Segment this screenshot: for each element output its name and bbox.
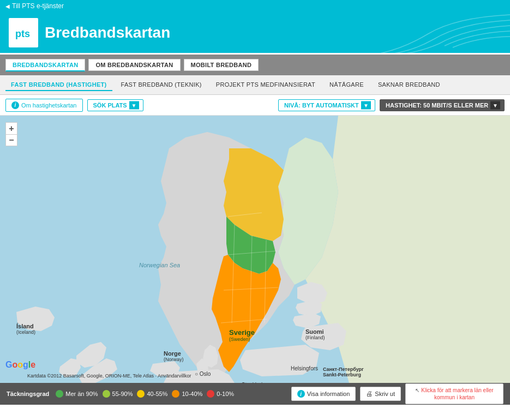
status-bar: Täckningsgrad Mer än 90% 55-90% 40-55% 1… [0, 383, 510, 405]
zoom-out-button[interactable]: − [5, 134, 17, 146]
sub-nav-saknar-bredband[interactable]: SAKNAR BREDBAND [373, 79, 446, 91]
sub-nav: FAST BREDBAND (HASTIGHET) FAST BREDBAND … [0, 75, 510, 95]
legend-55to90: 55-90% [103, 390, 133, 398]
niva-wrap: NIVÅ: BYT AUTOMATISKT [278, 99, 375, 111]
tackningsgrad-label: Täckningsgrad [7, 391, 49, 397]
pts-logo: pts [9, 18, 38, 47]
legend-label-0to10: 0-10% [217, 391, 234, 397]
header: pts Bredbandskartan [0, 12, 510, 55]
controls-bar: i Om hastighetskartan SÖK PLATS NIVÅ: BY… [0, 95, 510, 116]
zoom-in-button[interactable]: + [5, 122, 17, 134]
niva-select[interactable]: NIVÅ: BYT AUTOMATISKT [278, 99, 375, 111]
nav-mobilt-bredband[interactable]: MOBILT BREDBAND [184, 59, 259, 71]
legend-dot-10to40 [172, 390, 179, 398]
print-icon: 🖨 [366, 390, 373, 398]
sub-nav-projekt-pts[interactable]: PROJEKT PTS MEDFINANSIERAT [211, 79, 321, 91]
info-icon: i [11, 101, 19, 109]
info-button-label: Om hastighetskartan [21, 102, 77, 109]
om-hastighetskartan-button[interactable]: i Om hastighetskartan [5, 99, 83, 112]
svg-text:pts: pts [15, 28, 30, 39]
header-decoration [346, 12, 510, 55]
legend-10to40: 10-40% [172, 390, 202, 398]
legend-label-10to40: 10-40% [182, 391, 202, 397]
legend-dot-40to55 [137, 390, 145, 398]
google-logo: Google [5, 360, 35, 370]
click-info-box: ↖ Klicka för att markera län eller kommu… [405, 383, 503, 404]
nav-bar: BREDBANDSKARTAN OM BREDBANDSKARTAN MOBIL… [0, 55, 510, 75]
map-svg: Baltic Sea [0, 116, 510, 383]
hastighet-select[interactable]: HASTIGHET: 50 MBIT/S ELLER MER [380, 99, 505, 111]
top-bar: Till PTS e-tjänster [0, 0, 510, 12]
nav-bredbandskartan[interactable]: BREDBANDSKARTAN [5, 59, 85, 71]
visa-information-button[interactable]: i Visa information [291, 387, 356, 401]
legend-over90: Mer än 90% [56, 390, 98, 398]
back-link[interactable]: Till PTS e-tjänster [5, 2, 64, 10]
legend-40to55: 40-55% [137, 390, 167, 398]
legend-dot-0to10 [207, 390, 214, 398]
zoom-controls: + − [5, 122, 17, 146]
sub-nav-fast-hastighet[interactable]: FAST BREDBAND (HASTIGHET) [5, 79, 112, 91]
click-info-icon: ↖ [415, 387, 419, 393]
nav-om-bredbandskartan[interactable]: OM BREDBANDSKARTAN [88, 59, 180, 71]
search-select[interactable]: SÖK PLATS [87, 99, 143, 111]
search-wrap: SÖK PLATS [87, 99, 143, 111]
legend-dot-over90 [56, 390, 63, 398]
skriv-ut-button[interactable]: 🖨 Skriv ut [360, 387, 401, 401]
legend-label-55to90: 55-90% [112, 391, 133, 397]
legend-label-40to55: 40-55% [147, 391, 167, 397]
visa-info-icon: i [297, 390, 305, 398]
map-attribution: Kartdata ©2012 Basarsoft, Google, ORION-… [27, 373, 191, 379]
legend-0to10: 0-10% [207, 390, 234, 398]
sub-nav-fast-teknik[interactable]: FAST BREDBAND (TEKNIK) [116, 79, 207, 91]
sub-nav-natagare[interactable]: NÄTÄGARE [324, 79, 369, 91]
click-info-text: Klicka för att markera län eller kommun … [421, 387, 493, 400]
logo-area: pts Bredbandskartan [9, 18, 170, 47]
legend-label-over90: Mer än 90% [65, 391, 98, 397]
skriv-ut-label: Skriv ut [375, 391, 395, 397]
map-area[interactable]: Baltic Sea + − Sverige (Sweden) Norge (N… [0, 116, 510, 383]
hastighet-wrap: HASTIGHET: 50 MBIT/S ELLER MER [380, 99, 505, 111]
visa-information-label: Visa information [307, 391, 350, 397]
site-title: Bredbandskartan [45, 24, 170, 41]
legend-dot-55to90 [103, 390, 110, 398]
